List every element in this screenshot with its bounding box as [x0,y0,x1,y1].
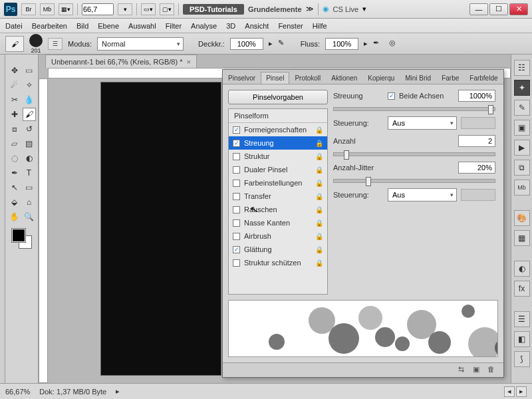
control2-dropdown[interactable]: Aus [388,188,457,201]
wand-tool[interactable]: ✧ [23,78,36,92]
tool-preset-picker[interactable]: 🖌 [5,36,24,52]
close-button[interactable]: ✕ [509,3,528,15]
menu-ansicht[interactable]: Ansicht [245,22,269,30]
panel-icon-adjust[interactable]: ◐ [514,261,530,277]
panel-icon-1[interactable]: ☷ [514,60,530,76]
brush-presets-button[interactable]: Pinselvorgaben [228,90,328,104]
lock-icon[interactable]: 🔒 [315,206,323,213]
tab-farbe[interactable]: Farbe [436,72,464,84]
close-tab-icon[interactable]: × [187,58,191,66]
menu-datei[interactable]: Datei [5,22,23,30]
brush-preview-icon[interactable] [29,34,43,47]
lock-icon[interactable]: 🔒 [315,126,323,134]
scatter-value-input[interactable] [458,90,495,102]
psd-tutorials-pill[interactable]: PSD-Tutorials [183,4,244,15]
checkbox[interactable]: ✓ [233,140,240,147]
checkbox[interactable]: ✓ [233,246,240,253]
zoom-input[interactable] [82,3,114,15]
tab-kopierquelle[interactable]: Kopierqu [362,72,400,84]
3dcam-tool[interactable]: ⌂ [23,196,36,209]
opacity-input[interactable] [230,38,263,50]
maximize-button[interactable]: ☐ [489,3,508,15]
panel-icon-3[interactable]: ✎ [514,100,530,116]
lock-icon[interactable]: 🔒 [315,259,323,267]
dodge-tool[interactable]: ◐ [23,152,36,165]
checkbox[interactable] [233,219,240,227]
toggle-preview-icon[interactable]: ⇆ [458,365,469,376]
panel-icon-color[interactable]: 🎨 [514,210,530,226]
control1-dropdown[interactable]: Aus [388,116,457,130]
menu-hilfe[interactable]: Hilfe [313,22,327,30]
tab-pinsel[interactable]: Pinsel [261,72,289,84]
brush-option-struktur-schützen[interactable]: Struktur schützen🔒 [229,256,327,269]
zoom-dropdown[interactable]: ▾ [118,3,132,15]
trash-icon[interactable]: 🗑 [487,365,498,376]
checkbox[interactable] [233,193,240,200]
cslive-dropdown-icon[interactable]: ▾ [362,5,366,13]
brush-option-farbeinstellungen[interactable]: Farbeinstellungen🔒 [229,176,327,190]
brush-panel-toggle[interactable]: ☰ [48,38,63,50]
tab-aktionen[interactable]: Aktionen [326,72,362,84]
both-axes-checkbox[interactable]: ✓ [388,92,395,100]
brush-option-streuung[interactable]: ✓Streuung🔒 [229,136,327,150]
panel-icon-brush[interactable]: ✦ [514,80,530,96]
brush-option-glättung[interactable]: ✓Glättung🔒 [229,243,327,256]
menu-filter[interactable]: Filter [166,22,182,30]
status-doc-info[interactable]: Dok: 1,37 MB/0 Byte [39,388,106,396]
eyedropper-tool[interactable]: 💧 [23,93,36,106]
checkbox[interactable] [233,206,240,213]
count-jitter-slider[interactable] [333,179,495,183]
checkbox[interactable] [233,153,240,160]
lock-icon[interactable]: 🔒 [315,219,323,227]
minimize-button[interactable]: — [469,3,488,15]
brush-option-transfer[interactable]: Transfer🔒 [229,190,327,203]
status-zoom[interactable]: 66,67% [5,388,30,396]
opacity-flyout-icon[interactable]: ▸ [269,39,273,48]
panel-icon-4[interactable]: ▣ [514,120,530,136]
lock-icon[interactable]: 🔒 [315,166,323,174]
checkbox[interactable] [233,233,240,240]
type-tool[interactable]: T [23,166,36,180]
crop-tool[interactable]: ✂ [8,93,21,106]
shape-tool[interactable]: ▭ [23,181,36,194]
history-brush-tool[interactable]: ↺ [23,122,36,136]
lock-icon[interactable]: 🔒 [315,180,323,187]
flow-flyout-icon[interactable]: ▸ [364,39,368,48]
ruler-vertical[interactable] [39,78,48,383]
scroll-right-icon[interactable]: ▸ [516,386,527,397]
zoom-tool[interactable]: 🔍 [23,210,36,223]
marquee-tool[interactable]: ▭ [23,64,36,77]
lasso-tool[interactable]: ☄ [8,78,21,92]
panel-icon-styles[interactable]: fx [514,281,530,297]
tablet-opacity-icon[interactable]: ✎ [278,39,289,49]
scatter-slider[interactable] [333,107,495,111]
count-slider[interactable] [333,152,495,156]
airbrush-icon[interactable]: ✒ [373,39,384,49]
document-tab[interactable]: Unbenannt-1 bei 66,7% (Kreis, RGB/8) * × [45,55,197,68]
menu-analyse[interactable]: Analyse [191,22,217,30]
path-tool[interactable]: ↖ [8,181,21,194]
tab-farbfelder[interactable]: Farbfelde [464,72,503,84]
brush-tool[interactable]: 🖌 [23,108,36,121]
menu-auswahl[interactable]: Auswahl [128,22,156,30]
cslive-button[interactable]: CS Live [333,5,359,13]
tab-pinselvorgaben[interactable]: Pinselvor [223,72,261,84]
brush-option-struktur[interactable]: Struktur🔒 [229,150,327,163]
tab-protokoll[interactable]: Protokoll [289,72,326,84]
lock-icon[interactable]: 🔒 [315,246,323,253]
document-canvas[interactable] [101,82,221,375]
panel-icon-channels[interactable]: ◧ [514,331,530,347]
bridge-button[interactable]: Br [21,3,36,15]
brush-list-header[interactable]: Pinselform [229,109,327,123]
status-flyout-icon[interactable]: ▸ [116,387,120,396]
eraser-tool[interactable]: ▱ [8,137,21,150]
menu-ebene[interactable]: Ebene [98,22,119,30]
panel-icon-paths[interactable]: ⟆ [514,351,530,367]
brush-option-dualer-pinsel[interactable]: Dualer Pinsel🔒 [229,163,327,176]
healing-tool[interactable]: ✚ [8,108,21,121]
panel-icon-5[interactable]: ▶ [514,140,530,156]
checkbox[interactable] [233,180,240,187]
view-extras-button[interactable]: ▦▾ [59,3,73,15]
menu-bild[interactable]: Bild [76,22,88,30]
panel-icon-6[interactable]: ⧉ [514,160,530,176]
